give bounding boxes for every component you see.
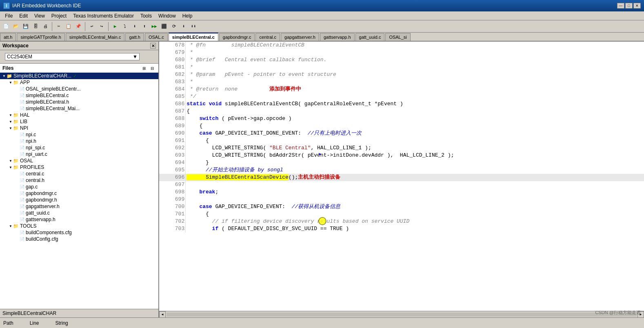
- code-line-692[interactable]: LCD_WRITE_STRING( "BLE Central", HAL_LCD…: [186, 144, 644, 152]
- tree-item-13[interactable]: ▼📁OSAL: [0, 157, 158, 164]
- tree-item-5[interactable]: 📄simpleBLECentral_Mai...: [0, 105, 158, 112]
- code-line-698[interactable]: break;: [186, 188, 644, 196]
- save-button[interactable]: 💾: [21, 22, 30, 31]
- tree-item-17[interactable]: 📄gap.c: [0, 184, 158, 190]
- tab-gatt-h[interactable]: gatt.h: [125, 33, 144, 41]
- code-line-697[interactable]: [186, 181, 644, 188]
- workspace-dropdown[interactable]: CC2540EM ▼: [5, 53, 140, 60]
- cut-button[interactable]: ✂: [54, 22, 63, 31]
- code-line-684[interactable]: * @return none 添加到事件中: [186, 86, 644, 93]
- open-button[interactable]: 📂: [11, 22, 20, 31]
- tree-item-12[interactable]: 📄npi_uart.c: [0, 151, 158, 157]
- tab-simpleblecentral-main-c[interactable]: simpleBLECentral_Main.c: [66, 33, 125, 41]
- new-button[interactable]: 📄: [2, 22, 11, 31]
- tab-gapgattserver-h[interactable]: gapgattserver.h: [281, 33, 319, 41]
- menu-item-help[interactable]: Help: [179, 12, 196, 20]
- tree-item-19[interactable]: 📄gapbondmgr.h: [0, 197, 158, 203]
- undo-button[interactable]: ↩: [87, 22, 96, 31]
- code-line-694[interactable]: }: [186, 159, 644, 166]
- files-icon-2[interactable]: ⊟: [149, 64, 156, 72]
- menu-item-window[interactable]: Window: [155, 12, 179, 20]
- menu-item-texas-instruments-emulator[interactable]: Texas Instruments Emulator: [70, 12, 137, 20]
- download-button[interactable]: ⬇: [179, 22, 188, 31]
- menu-item-edit[interactable]: Edit: [16, 12, 31, 20]
- files-icon-1[interactable]: ⊞: [140, 64, 148, 72]
- code-line-683[interactable]: *: [186, 78, 644, 86]
- code-line-700[interactable]: case GAP_DEVICE_INFO_EVENT: //获得从机设备信息: [186, 203, 644, 211]
- workspace-close-button[interactable]: ✕: [150, 43, 156, 49]
- tree-item-24[interactable]: 📄buildComponents.cfg: [0, 229, 158, 236]
- code-line-685[interactable]: */: [186, 93, 644, 100]
- menu-item-view[interactable]: View: [31, 12, 48, 20]
- horizontal-scrollbar[interactable]: ◀ ▶: [159, 311, 644, 317]
- code-line-682[interactable]: * @param pEvent - pointer to event struc…: [186, 71, 644, 78]
- code-line-689[interactable]: {: [186, 122, 644, 130]
- code-line-695[interactable]: //开始主动扫描设备 by songl: [186, 166, 644, 174]
- paste-button[interactable]: 📌: [74, 22, 83, 31]
- tree-item-11[interactable]: 📄npi_spi.c: [0, 144, 158, 151]
- code-line-693[interactable]: LCD_WRITE_STRING( bdAddr2Str( pEvent->in…: [186, 152, 644, 159]
- code-line-686[interactable]: static void simpleBLECentralEventCB( gap…: [186, 100, 644, 108]
- code-line-703[interactable]: if ( DEFAULT_DEV_DISC_BY_SVC_UUID == TRU…: [186, 225, 644, 233]
- debug-button[interactable]: ▶: [111, 22, 120, 31]
- code-line-679[interactable]: *: [186, 49, 644, 56]
- run-button[interactable]: ▶▶: [150, 22, 159, 31]
- code-line-701[interactable]: {: [186, 211, 644, 218]
- tree-item-14[interactable]: ▼📁PROFILES: [0, 164, 158, 171]
- code-line-702[interactable]: // if filtering device discovery results…: [186, 218, 644, 225]
- code-line-678[interactable]: * @fn simpleBLECentralEventCB: [186, 42, 644, 49]
- tree-item-1[interactable]: ▼📁APP: [0, 79, 158, 86]
- code-line-690[interactable]: case GAP_DEVICE_INIT_DONE_EVENT: //只有上电时…: [186, 130, 644, 137]
- code-content[interactable]: ➤ 678 * @fn simpleBLECentralEventCB679 *…: [159, 42, 644, 311]
- tree-item-4[interactable]: 📄simpleBLECentral.h: [0, 99, 158, 105]
- stop-button[interactable]: ⬛: [160, 22, 169, 31]
- tree-item-23[interactable]: ▼📁TOOLS: [0, 223, 158, 229]
- tab-central-c[interactable]: central.c: [255, 33, 280, 41]
- menu-item-project[interactable]: Project: [48, 12, 70, 20]
- tree-item-16[interactable]: 📄central.h: [0, 177, 158, 184]
- save-all-button[interactable]: 🗄: [31, 22, 40, 31]
- tab-osal-si[interactable]: OSAL_si: [385, 33, 410, 41]
- menu-item-tools[interactable]: Tools: [137, 12, 155, 20]
- tab-gatt-uuid-c[interactable]: gatt_uuid.c: [355, 33, 385, 41]
- scroll-track[interactable]: [167, 312, 637, 317]
- tree-item-0[interactable]: ▼📁SimpleBLECentralCHAR...✓: [0, 73, 158, 79]
- code-line-680[interactable]: * @brief Central event callback function…: [186, 56, 644, 64]
- maximize-button[interactable]: □: [625, 3, 633, 9]
- tab-gapbondmgr-c[interactable]: gapbondmgr.c: [219, 33, 255, 41]
- tree-item-6[interactable]: ▼📁HAL: [0, 112, 158, 118]
- redo-button[interactable]: ↪: [97, 22, 106, 31]
- code-line-691[interactable]: {: [186, 137, 644, 144]
- scroll-left-button[interactable]: ◀: [159, 311, 166, 318]
- tree-item-3[interactable]: 📄simpleBLECentral.c: [0, 92, 158, 99]
- copy-button[interactable]: 📋: [64, 22, 73, 31]
- code-line-681[interactable]: *: [186, 64, 644, 71]
- step-over-button[interactable]: ⤵: [120, 22, 129, 31]
- tab-simplegattprofile-h[interactable]: simpleGATTprofile.h: [17, 33, 64, 41]
- tree-item-8[interactable]: ▼📁NPI: [0, 125, 158, 131]
- tree-item-18[interactable]: 📄gapbondmgr.c: [0, 190, 158, 197]
- tree-item-25[interactable]: 📄buildConfig.cfg: [0, 236, 158, 242]
- close-button[interactable]: ✕: [633, 3, 641, 9]
- minimize-button[interactable]: —: [617, 3, 624, 9]
- tree-item-9[interactable]: 📄npi.c: [0, 131, 158, 138]
- tree-item-15[interactable]: 📄central.c: [0, 171, 158, 177]
- tree-item-22[interactable]: 📄gattservapp.h: [0, 216, 158, 223]
- tree-item-7[interactable]: ▼📁LIB: [0, 118, 158, 125]
- tree-item-2[interactable]: 📄OSAL_simpleBLECentr...: [0, 86, 158, 92]
- tab-osal-c[interactable]: OSAL.c: [145, 33, 168, 41]
- tab-gattservapp-h[interactable]: gattservapp.h: [320, 33, 355, 41]
- print-button[interactable]: 🖨: [41, 22, 50, 31]
- tree-item-21[interactable]: 📄gatt_uuid.c: [0, 210, 158, 216]
- code-line-688[interactable]: switch ( pEvent->gap.opcode ): [186, 115, 644, 122]
- menu-item-file[interactable]: File: [2, 12, 16, 20]
- download2-button[interactable]: ⬇⬇: [189, 22, 198, 31]
- tab-simpleblecentral-c[interactable]: simpleBLECentral.c: [169, 33, 218, 41]
- code-line-687[interactable]: {: [186, 108, 644, 115]
- tree-item-20[interactable]: 📄gapgattserver.h: [0, 203, 158, 210]
- tree-item-10[interactable]: 📄npi.h: [0, 138, 158, 144]
- reset-button[interactable]: ⟳: [169, 22, 178, 31]
- code-line-699[interactable]: [186, 196, 644, 203]
- code-line-696[interactable]: SimpleBLECentralScanDevice();主机主动扫描设备: [186, 174, 644, 181]
- step-out-button[interactable]: ⬆: [140, 22, 149, 31]
